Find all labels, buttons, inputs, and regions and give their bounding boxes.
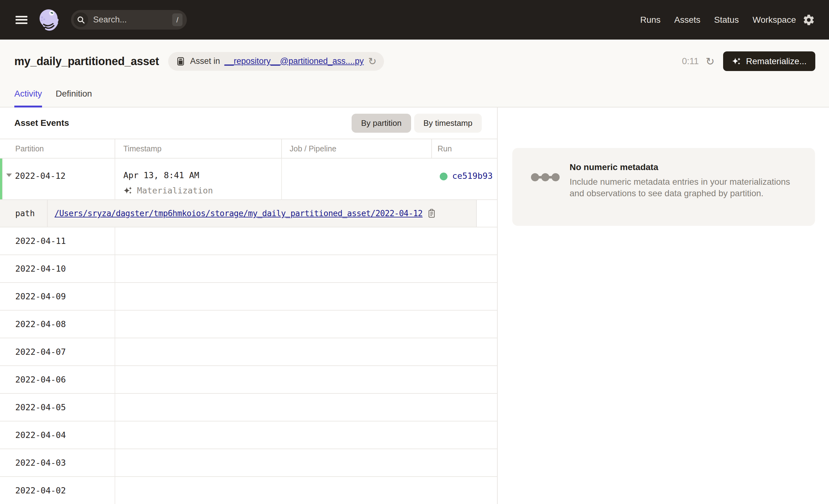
partition-row[interactable]: 2022-04-10: [0, 255, 497, 283]
path-row-spacer: [477, 200, 497, 227]
column-header-run: Run: [432, 139, 497, 158]
column-header-partition: Partition: [0, 139, 115, 158]
nav-workspace[interactable]: Workspace: [752, 15, 796, 25]
nav-status[interactable]: Status: [714, 15, 739, 25]
column-header-timestamp: Timestamp: [115, 139, 282, 158]
partition-row-empty: [115, 338, 497, 365]
refresh-icon[interactable]: ↻: [706, 56, 715, 67]
search-input[interactable]: Search... /: [71, 10, 187, 30]
settings-gear-icon[interactable]: [802, 13, 815, 27]
partition-row-empty: [115, 227, 497, 254]
event-timestamp: Apr 13, 8:41 AM: [123, 170, 281, 180]
nav-assets[interactable]: Assets: [674, 15, 700, 25]
event-job-cell: [282, 158, 432, 200]
partition-label: 2022-04-06: [0, 366, 115, 393]
partition-row[interactable]: 2022-04-03: [0, 449, 497, 477]
copy-to-clipboard-icon[interactable]: [428, 209, 436, 218]
column-header-job: Job / Pipeline: [282, 139, 432, 158]
no-metadata-description: Include numeric metadata entries in your…: [570, 176, 802, 199]
partition-row-empty: [115, 422, 497, 448]
asset-events-pane: Asset Events By partition By timestamp P…: [0, 107, 498, 504]
partition-row[interactable]: 2022-04-04: [0, 422, 497, 449]
no-metadata-card: No numeric metadata Include numeric meta…: [512, 148, 815, 226]
metadata-path-link[interactable]: /Users/sryza/dagster/tmp6hmkoios/storage…: [55, 209, 423, 218]
rematerialize-button[interactable]: Rematerialize...: [723, 51, 815, 71]
partition-row[interactable]: 2022-04-11: [0, 227, 497, 255]
partition-label: 2022-04-05: [0, 394, 115, 421]
partition-label: 2022-04-09: [0, 283, 115, 310]
partition-row[interactable]: 2022-04-09: [0, 283, 497, 311]
by-timestamp-button[interactable]: By timestamp: [414, 114, 482, 133]
events-view-toggle: By partition By timestamp: [352, 114, 482, 133]
menu-icon[interactable]: [15, 16, 27, 24]
partition-success-accent: [0, 158, 3, 200]
partition-row-empty: [115, 255, 497, 282]
partition-row-empty: [115, 311, 497, 338]
collapse-caret-icon[interactable]: [6, 174, 12, 177]
partition-label: 2022-04-07: [0, 338, 115, 365]
slash-shortcut-key: /: [172, 13, 182, 26]
materialization-sparkle-icon: [123, 186, 133, 195]
page-title: my_daily_partitioned_asset: [14, 55, 159, 68]
partition-row[interactable]: 2022-04-02: [0, 477, 497, 504]
partition-label: 2022-04-10: [0, 255, 115, 282]
event-row-expanded[interactable]: 2022-04-12 Apr 13, 8:41 AM Materializati…: [0, 158, 497, 200]
partition-row[interactable]: 2022-04-06: [0, 366, 497, 394]
asset-in-label: Asset in: [190, 57, 220, 66]
dagit-asset-page: Search... / Runs Assets Status Workspace…: [0, 0, 829, 504]
refresh-timer: 0:11: [682, 56, 699, 66]
partition-row-empty: [115, 477, 497, 504]
metadata-key: path: [0, 200, 48, 227]
tab-definition[interactable]: Definition: [56, 89, 92, 107]
asset-header: my_daily_partitioned_asset Asset in __re…: [0, 40, 829, 107]
partition-label: 2022-04-02: [0, 477, 115, 504]
dagster-logo[interactable]: [37, 8, 61, 32]
partition-value: 2022-04-12: [15, 171, 66, 181]
metadata-path-row: path /Users/sryza/dagster/tmp6hmkoios/st…: [0, 200, 497, 227]
partition-label: 2022-04-04: [0, 422, 115, 448]
search-icon: [73, 12, 88, 27]
partition-label: 2022-04-03: [0, 449, 115, 476]
partition-metadata-pane: No numeric metadata Include numeric meta…: [498, 107, 829, 504]
event-type-label: Materialization: [137, 186, 213, 195]
partition-row[interactable]: 2022-04-08: [0, 311, 497, 338]
by-partition-button[interactable]: By partition: [352, 114, 411, 133]
events-table-header: Partition Timestamp Job / Pipeline Run: [0, 139, 497, 158]
top-nav-links: Runs Assets Status Workspace: [640, 15, 796, 25]
partition-row-empty: [115, 449, 497, 476]
repository-icon: [176, 57, 186, 66]
asset-repo-pill: Asset in __repository__@partitioned_ass.…: [168, 52, 384, 71]
run-id-link[interactable]: ce519b93: [452, 171, 493, 181]
partition-row-empty: [115, 366, 497, 393]
asset-events-heading: Asset Events: [14, 118, 69, 128]
asset-activity-content: Asset Events By partition By timestamp P…: [0, 107, 829, 504]
run-status-dot: [440, 173, 447, 180]
sparkle-icon: [732, 57, 741, 66]
nav-runs[interactable]: Runs: [640, 15, 660, 25]
no-metadata-title: No numeric metadata: [570, 162, 802, 172]
asset-tabs: Activity Definition: [14, 89, 92, 107]
rematerialize-label: Rematerialize...: [746, 57, 806, 66]
partition-row[interactable]: 2022-04-07: [0, 338, 497, 366]
partition-label: 2022-04-08: [0, 311, 115, 338]
search-placeholder: Search...: [93, 15, 127, 25]
partition-rows: 2022-04-112022-04-102022-04-092022-04-08…: [0, 227, 497, 504]
reload-repo-icon[interactable]: ↻: [368, 57, 376, 66]
partition-label: 2022-04-11: [0, 227, 115, 254]
repo-link[interactable]: __repository__@partitioned_ass....py: [224, 57, 364, 66]
partition-row[interactable]: 2022-04-05: [0, 394, 497, 422]
dot-series-icon: [530, 171, 560, 183]
partition-row-empty: [115, 394, 497, 421]
tab-activity[interactable]: Activity: [14, 89, 42, 107]
partition-row-empty: [115, 283, 497, 310]
top-nav-bar: Search... / Runs Assets Status Workspace: [0, 0, 829, 40]
